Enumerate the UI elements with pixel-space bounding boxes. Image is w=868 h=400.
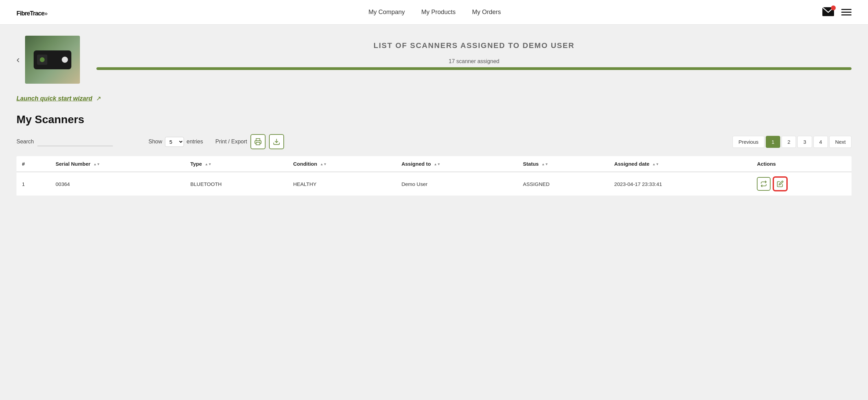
logo[interactable]: FibreTrace» <box>16 7 47 18</box>
progress-bar-fill <box>96 67 852 70</box>
print-export-label: Print / Export <box>215 139 247 145</box>
header: FibreTrace» My Company My Products My Or… <box>0 0 868 25</box>
col-serial[interactable]: Serial Number ▲▼ <box>50 156 185 172</box>
entries-label: entries <box>187 139 203 145</box>
page-3-button[interactable]: 3 <box>797 136 812 148</box>
search-input[interactable] <box>37 137 113 146</box>
mail-badge <box>831 5 836 10</box>
product-image <box>25 36 80 84</box>
main-nav: My Company My Products My Orders <box>368 9 501 16</box>
show-label: Show <box>149 139 162 145</box>
logo-text: FibreTrace <box>16 10 44 17</box>
quick-start-arrow-icon: ↗ <box>96 95 101 102</box>
main-content: ‹ LIST OF SCANNERS ASSIGNED TO DEMO USER… <box>0 25 868 207</box>
cell-type: BLUETOOTH <box>185 172 288 196</box>
svg-rect-1 <box>256 142 260 145</box>
assigned-to-sort-icon: ▲▼ <box>434 163 441 166</box>
cell-status: ASSIGNED <box>517 172 609 196</box>
edit-button[interactable] <box>773 177 787 191</box>
nav-my-products[interactable]: My Products <box>421 9 456 16</box>
scanner-title: LIST OF SCANNERS ASSIGNED TO DEMO USER <box>96 41 852 50</box>
page-4-button[interactable]: 4 <box>813 136 828 148</box>
cell-condition: HEALTHY <box>288 172 396 196</box>
col-assigned-to[interactable]: Assigned to ▲▼ <box>396 156 517 172</box>
col-assigned-date[interactable]: Assigned date ▲▼ <box>609 156 751 172</box>
header-right <box>822 7 852 18</box>
condition-sort-icon: ▲▼ <box>320 163 327 166</box>
next-page-button[interactable]: Next <box>829 136 852 148</box>
scanner-count: 17 scanner assigned <box>96 58 852 64</box>
cell-actions <box>751 172 852 196</box>
table-body: 1 00364 BLUETOOTH HEALTHY Demo User ASSI… <box>16 172 852 196</box>
pagination: Previous 1 2 3 4 Next <box>732 136 852 148</box>
scanner-info: LIST OF SCANNERS ASSIGNED TO DEMO USER 1… <box>96 36 852 70</box>
prev-page-button[interactable]: Previous <box>732 136 764 148</box>
actions-cell <box>757 177 846 191</box>
my-scanners-section: My Scanners Search Show 5 10 25 50 entri… <box>16 113 852 196</box>
product-image-wrap: ‹ <box>16 36 80 84</box>
table-row: 1 00364 BLUETOOTH HEALTHY Demo User ASSI… <box>16 172 852 196</box>
download-icon <box>273 138 280 145</box>
download-button[interactable] <box>269 134 284 149</box>
status-sort-icon: ▲▼ <box>541 163 548 166</box>
scanners-table-wrap: # Serial Number ▲▼ Type ▲▼ Condition ▲ <box>16 156 852 196</box>
cell-num: 1 <box>16 172 50 196</box>
table-header: # Serial Number ▲▼ Type ▲▼ Condition ▲ <box>16 156 852 172</box>
cell-assigned-date: 2023-04-17 23:33:41 <box>609 172 751 196</box>
page-1-button[interactable]: 1 <box>766 136 780 148</box>
search-label: Search <box>16 139 34 145</box>
page-2-button[interactable]: 2 <box>782 136 796 148</box>
reassign-icon <box>760 180 767 187</box>
edit-icon <box>777 180 784 187</box>
quick-start-link[interactable]: Launch quick start wizard <box>16 95 92 102</box>
show-select[interactable]: 5 10 25 50 <box>165 137 184 147</box>
col-num: # <box>16 156 50 172</box>
col-type[interactable]: Type ▲▼ <box>185 156 288 172</box>
section-title: My Scanners <box>16 113 852 126</box>
reassign-button[interactable] <box>757 177 771 191</box>
logo-arrows: » <box>44 10 47 17</box>
show-group: Show 5 10 25 50 entries <box>149 137 203 147</box>
progress-bar <box>96 67 852 70</box>
scanners-table: # Serial Number ▲▼ Type ▲▼ Condition ▲ <box>16 156 852 196</box>
print-icon <box>254 138 262 145</box>
hamburger-menu[interactable] <box>841 9 852 15</box>
cell-serial: 00364 <box>50 172 185 196</box>
search-group: Search <box>16 137 113 146</box>
nav-my-company[interactable]: My Company <box>368 9 405 16</box>
col-actions: Actions <box>751 156 852 172</box>
serial-sort-icon: ▲▼ <box>93 163 100 166</box>
type-sort-icon: ▲▼ <box>205 163 212 166</box>
print-button[interactable] <box>250 134 266 149</box>
quick-start-section: Launch quick start wizard ↗ <box>16 95 852 102</box>
cell-assigned-to: Demo User <box>396 172 517 196</box>
nav-my-orders[interactable]: My Orders <box>472 9 501 16</box>
prev-arrow[interactable]: ‹ <box>16 54 20 65</box>
table-controls: Search Show 5 10 25 50 entries Print / E… <box>16 134 852 149</box>
print-export-group: Print / Export <box>215 134 284 149</box>
col-condition[interactable]: Condition ▲▼ <box>288 156 396 172</box>
top-section: ‹ LIST OF SCANNERS ASSIGNED TO DEMO USER… <box>16 36 852 84</box>
date-sort-icon: ▲▼ <box>652 163 659 166</box>
col-status[interactable]: Status ▲▼ <box>517 156 609 172</box>
mail-button[interactable] <box>822 7 834 18</box>
